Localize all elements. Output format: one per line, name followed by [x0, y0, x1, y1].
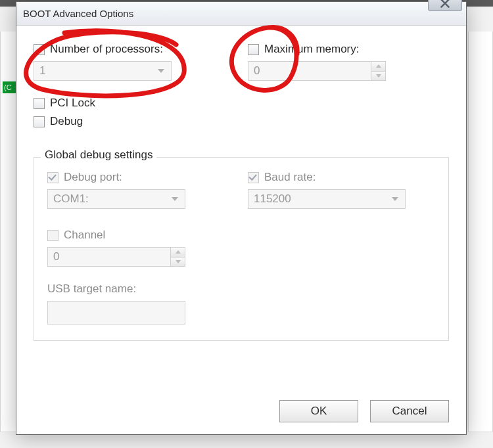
- close-button[interactable]: [428, 0, 462, 11]
- baud-rate-checkbox: [248, 172, 259, 183]
- titlebar: BOOT Advanced Options: [16, 2, 466, 26]
- max-memory-label: Maximum memory:: [264, 43, 360, 56]
- channel-value: 0: [53, 250, 59, 263]
- channel-checkbox: [47, 230, 59, 241]
- usb-target-input: [47, 301, 185, 325]
- debug-port-value: COM1:: [53, 192, 89, 206]
- chevron-down-icon: [172, 197, 178, 201]
- background-green-strip: (C: [3, 81, 16, 93]
- debug-port-combo: COM1:: [47, 189, 185, 209]
- channel-spinner: 0: [47, 247, 185, 267]
- num-processors-value: 1: [39, 64, 45, 78]
- pci-lock-checkbox[interactable]: [34, 98, 45, 109]
- spin-up-button: [171, 248, 185, 257]
- pci-lock-label: PCI Lock: [50, 97, 95, 110]
- chevron-down-icon: [158, 69, 164, 73]
- num-processors-label: Number of processors:: [50, 43, 163, 56]
- usb-target-label: USB target name:: [47, 282, 435, 296]
- chevron-down-icon: [392, 197, 398, 201]
- debug-port-checkbox: [47, 172, 59, 183]
- max-memory-spinner[interactable]: 0: [248, 61, 386, 81]
- debug-checkbox[interactable]: [34, 116, 45, 127]
- chevron-down-icon: [376, 74, 381, 78]
- boot-advanced-options-dialog: BOOT Advanced Options Number of processo…: [16, 1, 467, 435]
- chevron-down-icon: [176, 260, 181, 263]
- spin-down-button[interactable]: [371, 71, 385, 81]
- cancel-button[interactable]: Cancel: [370, 400, 449, 422]
- spin-buttons: [371, 62, 385, 80]
- ok-button[interactable]: OK: [279, 400, 358, 422]
- chevron-up-icon: [176, 250, 181, 254]
- num-processors-combo[interactable]: 1: [34, 61, 172, 81]
- channel-label: Channel: [64, 229, 105, 242]
- debug-port-label: Debug port:: [64, 171, 122, 184]
- background-window-right: [468, 32, 493, 432]
- close-icon: [440, 0, 450, 8]
- max-memory-value: 0: [254, 64, 260, 78]
- spin-down-button: [171, 257, 185, 267]
- spin-up-button[interactable]: [371, 62, 385, 71]
- group-title: Global debug settings: [41, 148, 156, 162]
- baud-rate-combo: 115200: [248, 189, 406, 209]
- spin-buttons: [170, 248, 185, 266]
- global-debug-settings-group: Global debug settings Debug port: COM1:: [34, 157, 449, 341]
- dialog-button-row: OK Cancel: [279, 400, 449, 422]
- chevron-up-icon: [376, 64, 381, 68]
- baud-rate-value: 115200: [254, 192, 291, 206]
- baud-rate-label: Baud rate:: [264, 171, 316, 184]
- window-title: BOOT Advanced Options: [23, 8, 133, 19]
- num-processors-checkbox[interactable]: [34, 44, 45, 55]
- max-memory-checkbox[interactable]: [248, 44, 259, 55]
- debug-label: Debug: [50, 115, 83, 128]
